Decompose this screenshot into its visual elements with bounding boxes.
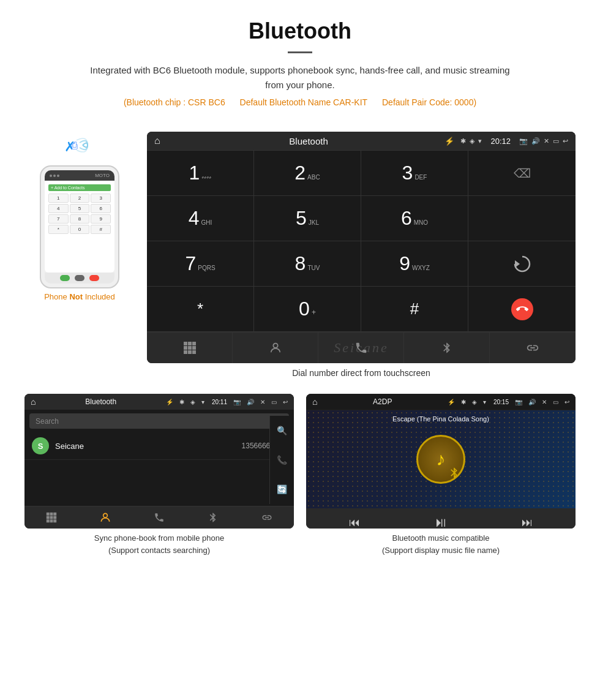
svg-point-21	[103, 513, 108, 517]
music-note-icon: ♪	[437, 449, 446, 470]
pb-time: 20:11	[212, 399, 227, 405]
rect-icon: ▭	[553, 137, 559, 145]
pb-nav-phone2[interactable]	[132, 511, 186, 524]
backspace-icon[interactable]: ⌫	[514, 166, 531, 181]
pb-side-refresh[interactable]: 🔄	[277, 484, 287, 494]
nav-grid[interactable]	[147, 333, 233, 363]
pk-3: 3	[91, 194, 111, 203]
volume-icon: 🔊	[531, 137, 540, 145]
status-time: 20:12	[490, 137, 511, 146]
not-word: Not	[69, 292, 83, 301]
dial-key-7[interactable]: 7 PQRS	[147, 241, 254, 287]
pb-nav-grid[interactable]	[24, 511, 78, 524]
back-icon: ↩	[563, 137, 568, 145]
album-bt-icon	[448, 467, 460, 479]
pb-home-icon[interactable]: ⌂	[31, 397, 36, 407]
dot3	[57, 175, 59, 177]
svg-rect-6	[188, 346, 192, 350]
pb-search-bar[interactable]: Search 🔍	[29, 413, 289, 429]
phone-red-btn	[89, 275, 99, 281]
svg-marker-1	[515, 260, 520, 268]
pk-star: *	[48, 225, 69, 234]
pb-nav-link2[interactable]	[240, 511, 294, 524]
signal-svg: ⎙	[70, 132, 98, 159]
dial-key-2[interactable]: 2 ABC	[254, 151, 361, 196]
car-dial-screen: ⌂ Bluetooth ⚡ ✱ ◈ ▾ 20:12 📷 🔊 ✕ ▭ ↩	[147, 132, 576, 363]
page-description: Integrated with BC6 Bluetooth module, su…	[86, 63, 514, 92]
pb-cam: 📷	[233, 399, 241, 405]
location-icon: ◈	[470, 137, 474, 145]
dial-key-star[interactable]: *	[147, 287, 254, 332]
usb-icon: ⚡	[444, 137, 454, 146]
bt-status-icon: ✱	[460, 137, 466, 145]
dial-caption: Dial number direct from touchscreen	[292, 363, 430, 388]
camera-icon: 📷	[519, 137, 528, 145]
page-header: Bluetooth Integrated with BC6 Bluetooth …	[0, 0, 600, 126]
phone-carrier: MOTO	[95, 173, 110, 178]
music-back: ↩	[564, 399, 569, 405]
pb-search-placeholder: Search	[36, 417, 59, 426]
svg-rect-17	[53, 516, 56, 519]
bluetooth-signal: ✗ ⎙	[61, 132, 98, 162]
svg-rect-18	[47, 519, 50, 522]
dial-key-3[interactable]: 3 DEF	[361, 151, 468, 196]
svg-rect-14	[53, 513, 56, 516]
pb-title: Bluetooth	[39, 397, 162, 406]
pb-vol: 🔊	[247, 399, 254, 405]
dial-redial[interactable]	[468, 241, 576, 287]
svg-rect-3	[188, 342, 192, 345]
svg-rect-16	[50, 516, 53, 519]
play-pause-btn[interactable]: ⏯	[434, 514, 448, 529]
music-bt: ✱	[461, 399, 466, 405]
nav-bluetooth[interactable]	[404, 333, 490, 363]
dial-key-4[interactable]: 4 GHI	[147, 196, 254, 241]
dial-key-6[interactable]: 6 MNO	[361, 196, 468, 241]
dial-bottom-nav	[147, 332, 576, 363]
home-icon[interactable]: ⌂	[154, 135, 160, 146]
phone-keypad: 1 2 3 4 5 6 7 8 9 * 0 #	[48, 194, 111, 234]
dial-key-0[interactable]: 0 +	[254, 287, 361, 332]
pk-hash: #	[91, 225, 111, 234]
svg-rect-20	[53, 519, 56, 522]
screen-title: Bluetooth	[173, 136, 445, 146]
music-controls: ⏮ ⏯ ⏭	[306, 508, 576, 529]
phone-top-bar: MOTO	[45, 170, 114, 181]
car-status-bar: ⌂ Bluetooth ⚡ ✱ ◈ ▾ 20:12 📷 🔊 ✕ ▭ ↩	[147, 132, 576, 150]
pb-contact-name: Seicane	[55, 442, 242, 451]
pb-contact-row[interactable]: S Seicane 13566664466	[24, 432, 294, 460]
svg-rect-4	[192, 342, 196, 345]
bluetooth-info: (Bluetooth chip : CSR BC6 Default Blueto…	[12, 97, 588, 107]
next-btn[interactable]: ⏭	[522, 516, 533, 529]
dial-section: ✗ ⎙ MOTO + Add to Contacts	[0, 126, 600, 394]
nav-link[interactable]	[490, 333, 576, 363]
dial-key-5[interactable]: 5 JKL	[254, 196, 361, 241]
pk-7: 7	[48, 214, 69, 224]
dial-key-9[interactable]: 9 WXYZ	[361, 241, 468, 287]
music-home-icon[interactable]: ⌂	[312, 397, 317, 407]
pk-0: 0	[70, 225, 90, 234]
pk-4: 4	[48, 204, 69, 213]
music-title-bar: A2DP	[321, 397, 444, 406]
dial-endcall[interactable]	[468, 287, 576, 332]
svg-rect-2	[184, 342, 187, 345]
prev-btn[interactable]: ⏮	[349, 516, 360, 529]
dial-key-1[interactable]: 1 ∾∾	[147, 151, 254, 196]
dial-key-8[interactable]: 8 TUV	[254, 241, 361, 287]
dial-empty-1: ⌫	[468, 151, 576, 196]
pb-nav-contacts-active[interactable]	[78, 511, 132, 524]
phone-bottom	[45, 273, 114, 284]
pb-back: ↩	[283, 399, 288, 405]
pb-side-phone[interactable]: 📞	[277, 455, 287, 465]
pb-side-search[interactable]: 🔍	[277, 426, 287, 435]
pb-nav-bt2[interactable]	[186, 511, 240, 524]
svg-rect-9	[188, 350, 192, 354]
dial-key-hash[interactable]: #	[361, 287, 468, 332]
bt-code-info: Default Pair Code: 0000)	[382, 97, 476, 107]
svg-rect-10	[192, 350, 196, 354]
nav-phone[interactable]	[318, 333, 404, 363]
svg-rect-5	[184, 346, 187, 350]
pk-2: 2	[70, 194, 90, 203]
title-divider	[288, 51, 312, 53]
pk-6: 6	[91, 204, 111, 213]
nav-contacts[interactable]	[233, 333, 318, 363]
